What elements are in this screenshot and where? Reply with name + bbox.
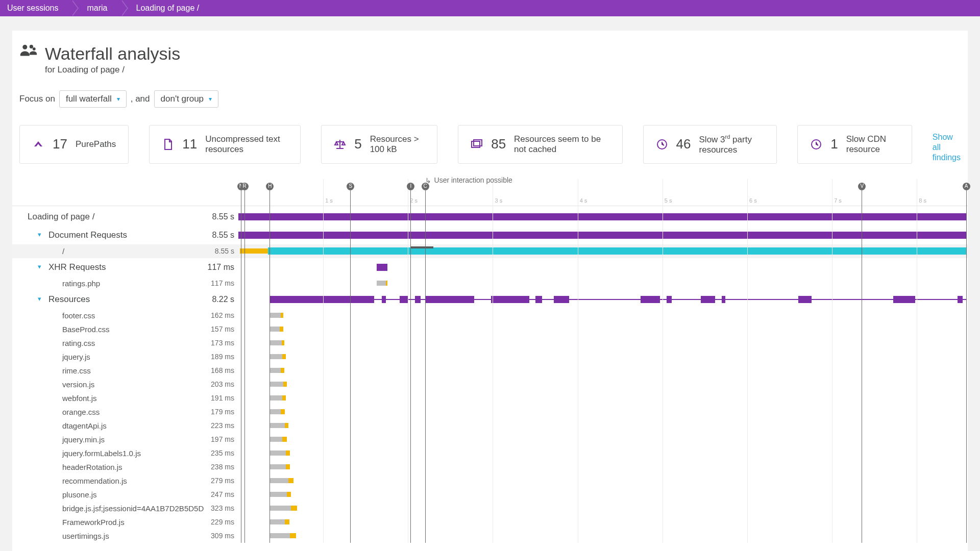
waterfall-resource-row[interactable]: rime.css168 ms: [12, 364, 968, 378]
row-chart: [238, 258, 968, 277]
waterfall-resource-row[interactable]: rating.css173 ms: [12, 336, 968, 350]
row-chart: [238, 322, 968, 336]
page-title: Waterfall analysis: [45, 44, 180, 64]
focus-group-dropdown[interactable]: don't group ▾: [154, 90, 219, 108]
row-label: footer.css: [12, 309, 204, 322]
row-label: jquery.min.js: [12, 433, 204, 446]
row-label: plusone.js: [12, 488, 204, 502]
breadcrumb-current[interactable]: Loading of page /: [121, 0, 213, 16]
waterfall-resource-row[interactable]: jquery.min.js197 ms: [12, 433, 968, 446]
svg-rect-3: [472, 141, 480, 147]
waterfall-resource-row[interactable]: /8.55 s: [12, 244, 968, 258]
finding-tile-2[interactable]: 5Resources > 100 kB: [321, 125, 437, 164]
waterfall-resource-row[interactable]: BaseProd.css157 ms: [12, 322, 968, 336]
finding-tile-3[interactable]: 85Resources seem to be not cached: [458, 125, 622, 164]
row-chart: [238, 208, 968, 226]
row-label: ▾XHR Requests: [12, 258, 204, 277]
svg-point-0: [22, 45, 27, 49]
waterfall-group-row[interactable]: Loading of page /8.55 s: [12, 208, 968, 226]
row-time: 168 ms: [204, 364, 238, 378]
row-chart: [238, 529, 968, 543]
axis-tick: 8 s: [919, 197, 926, 204]
breadcrumb-user-sessions[interactable]: User sessions: [0, 0, 71, 16]
row-time: 162 ms: [204, 309, 238, 322]
row-label: /: [12, 244, 204, 258]
finding-count: 85: [491, 136, 506, 152]
row-time: 203 ms: [204, 378, 238, 391]
breadcrumb-user[interactable]: maria: [71, 0, 120, 16]
row-chart: [238, 378, 968, 391]
finding-label: Resources > 100 kB: [370, 134, 425, 155]
row-chart: [238, 460, 968, 474]
clock-icon: [810, 138, 822, 151]
row-chart: [238, 350, 968, 364]
waterfall-resource-row[interactable]: jquery.formLabels1.0.js235 ms: [12, 446, 968, 460]
row-time: 229 ms: [204, 515, 238, 529]
chevron-down-icon: ▾: [38, 231, 41, 238]
row-label: dtagentApi.js: [12, 419, 204, 433]
waterfall: 1 s2 s3 s4 s5 s6 s7 s8 s↳User interactio…: [12, 179, 968, 543]
finding-tile-5[interactable]: 1Slow CDN resource: [797, 125, 912, 164]
row-chart: [238, 336, 968, 350]
row-time: 8.55 s: [204, 226, 238, 244]
row-chart: [238, 433, 968, 446]
waterfall-group-row[interactable]: ▾Resources8.22 s: [12, 290, 968, 309]
row-label: headerRotation.js: [12, 460, 204, 474]
waterfall-resource-row[interactable]: headerRotation.js238 ms: [12, 460, 968, 474]
row-time: 189 ms: [204, 350, 238, 364]
finding-label: Resources seem to be not cached: [514, 134, 610, 155]
waterfall-resource-row[interactable]: ratings.php117 ms: [12, 277, 968, 290]
clock-icon: [656, 138, 668, 151]
svg-rect-4: [474, 140, 482, 146]
row-label: ▾Document Requests: [12, 226, 204, 244]
focus-controls: Focus on full waterfall ▾ , and don't gr…: [12, 75, 968, 108]
row-chart: [238, 391, 968, 405]
row-chart: [238, 515, 968, 529]
axis-tick: 5 s: [665, 197, 672, 204]
finding-count: 5: [354, 136, 361, 152]
purepath-icon: [32, 138, 44, 151]
waterfall-resource-row[interactable]: orange.css179 ms: [12, 405, 968, 419]
focus-label: Focus on: [19, 94, 55, 104]
waterfall-resource-row[interactable]: recommendation.js279 ms: [12, 474, 968, 488]
waterfall-resource-row[interactable]: plusone.js247 ms: [12, 488, 968, 502]
waterfall-rows: Loading of page /8.55 s▾Document Request…: [12, 208, 968, 543]
chevron-down-icon: ▾: [38, 263, 41, 270]
svg-point-1: [30, 45, 33, 48]
waterfall-resource-row[interactable]: jquery.js189 ms: [12, 350, 968, 364]
row-time: 309 ms: [204, 529, 238, 543]
row-time: 8.55 s: [204, 244, 238, 258]
user-interaction-possible-label: ↳User interaction possible: [425, 176, 512, 184]
row-time: 223 ms: [204, 419, 238, 433]
row-chart: [238, 277, 968, 290]
finding-tile-1[interactable]: 11Uncompressed text resources: [149, 125, 301, 164]
breadcrumb-label: User sessions: [7, 4, 58, 13]
scale-icon: [334, 138, 346, 151]
row-label: ratings.php: [12, 277, 204, 290]
row-label: ▾Resources: [12, 290, 204, 309]
show-all-findings-link[interactable]: Show allfindings: [933, 125, 961, 164]
row-label: rime.css: [12, 364, 204, 378]
waterfall-group-row[interactable]: ▾XHR Requests117 ms: [12, 258, 968, 277]
row-label: version.js: [12, 378, 204, 391]
row-chart: [238, 226, 968, 244]
waterfall-resource-row[interactable]: bridge.js.jsf;jsessionid=4AA1B7D2B5D5D5.…: [12, 502, 968, 515]
row-label: rating.css: [12, 336, 204, 350]
finding-label: PurePaths: [76, 139, 116, 149]
row-chart: [238, 309, 968, 322]
waterfall-resource-row[interactable]: FrameworkProd.js229 ms: [12, 515, 968, 529]
row-label: usertimings.js: [12, 529, 204, 543]
waterfall-resource-row[interactable]: footer.css162 ms: [12, 309, 968, 322]
waterfall-resource-row[interactable]: version.js203 ms: [12, 378, 968, 391]
waterfall-resource-row[interactable]: dtagentApi.js223 ms: [12, 419, 968, 433]
finding-tile-4[interactable]: 46Slow 3rd party resources: [643, 125, 777, 164]
row-chart: [238, 290, 968, 309]
focus-waterfall-dropdown[interactable]: full waterfall ▾: [59, 90, 127, 108]
finding-label: Slow 3rd party resources: [699, 134, 765, 155]
waterfall-resource-row[interactable]: webfont.js191 ms: [12, 391, 968, 405]
waterfall-resource-row[interactable]: usertimings.js309 ms: [12, 529, 968, 543]
row-label: BaseProd.css: [12, 322, 204, 336]
waterfall-group-row[interactable]: ▾Document Requests8.55 s: [12, 226, 968, 244]
finding-tile-0[interactable]: 17PurePaths: [19, 125, 129, 164]
axis-tick: 2 s: [410, 197, 418, 204]
